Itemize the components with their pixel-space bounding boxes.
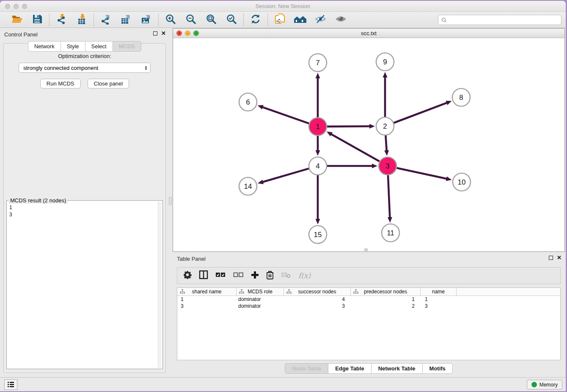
show-all-button[interactable] [335, 14, 347, 26]
select-all-icon [215, 272, 226, 279]
column-header-MCDS-role[interactable]: MCDS role [237, 288, 284, 295]
network-canvas[interactable]: 7968124314101511 [173, 38, 564, 251]
graph-node-label-15: 15 [314, 231, 322, 239]
search-box[interactable] [438, 15, 561, 25]
hide-selected-button[interactable] [314, 14, 326, 26]
table-cell[interactable]: 1 [421, 296, 457, 303]
list-icon [7, 381, 14, 388]
result-scrollbar[interactable] [158, 202, 162, 368]
network-maximize-button[interactable]: + [193, 30, 199, 36]
import-table-button[interactable] [76, 14, 88, 26]
run-mcds-button[interactable]: Run MCDS [40, 79, 81, 88]
zoom-window-button[interactable] [22, 4, 27, 9]
graph-node-label-11: 11 [387, 229, 394, 237]
deselect-all-button[interactable] [233, 272, 244, 279]
delete-row-button[interactable] [266, 271, 274, 281]
column-header-shared-name[interactable]: shared name [177, 288, 237, 295]
close-panel-icon[interactable]: ✕ [161, 31, 166, 36]
new-network-from-selection-button[interactable] [274, 14, 286, 26]
zoom-in-button[interactable] [165, 14, 176, 26]
control-tab-mcds[interactable]: MCDS [113, 41, 141, 52]
control-panel-title: Control Panel [4, 31, 38, 38]
node-table[interactable]: shared nameMCDS rolesuccessor nodesprede… [177, 287, 561, 360]
export-image-button[interactable] [140, 14, 152, 26]
table-tabs: Node TableEdge TableNetwork TableMotifs [173, 363, 565, 374]
save-session-button[interactable] [31, 14, 43, 26]
mcds-result-item: 3 [9, 211, 156, 218]
network-minimize-button[interactable]: − [185, 30, 190, 36]
control-tab-select[interactable]: Select [85, 41, 113, 52]
graph-node-label-14: 14 [244, 182, 252, 190]
float-table-panel-icon[interactable] [549, 256, 553, 260]
close-window-button[interactable] [5, 4, 10, 9]
open-session-button[interactable] [11, 14, 23, 26]
table-tab-node-table[interactable]: Node Table [285, 363, 328, 374]
table-cell[interactable]: 3 [177, 303, 237, 309]
table-row[interactable]: 1dominator411 [177, 296, 560, 303]
show-all-icon [335, 15, 347, 25]
edge-arrow-1-2 [369, 124, 375, 129]
dropdown-stepper-icon: ▲▼ [144, 66, 148, 70]
edge-3-11[interactable] [388, 175, 390, 218]
table-cell[interactable]: dominator [237, 296, 284, 303]
edge-3-10[interactable] [396, 168, 447, 179]
table-cell[interactable]: 1 [177, 296, 237, 303]
task-history-button[interactable] [4, 379, 17, 390]
column-header-predecessor-nodes[interactable]: predecessor nodes [351, 288, 421, 295]
graph-node-label-8: 8 [459, 94, 463, 102]
control-tab-network[interactable]: Network [28, 41, 61, 52]
table-cell[interactable]: 4 [284, 296, 351, 303]
table-row[interactable]: 3dominator323 [177, 303, 560, 309]
edge-arrow-2-8 [446, 101, 451, 105]
edge-1-6[interactable] [262, 107, 309, 124]
function-icon: f(x) [298, 271, 311, 280]
mcds-result-list[interactable]: 13 [8, 202, 157, 368]
table-tab-edge-table[interactable]: Edge Table [328, 363, 371, 374]
gear-button[interactable] [183, 271, 192, 281]
close-table-panel-icon[interactable]: ✕ [557, 256, 561, 260]
deselect-all-icon [233, 272, 244, 279]
memory-button[interactable]: Memory [527, 380, 562, 389]
zoom-selected-button[interactable] [226, 14, 237, 26]
table-tab-motifs[interactable]: Motifs [422, 363, 453, 374]
export-network-button[interactable] [100, 14, 112, 26]
optimization-criterion-dropdown[interactable]: strongly connected component ▲▼ [19, 63, 151, 73]
network-close-button[interactable]: ✕ [176, 30, 182, 36]
column-view-button[interactable] [199, 270, 208, 281]
add-row-button[interactable] [251, 271, 259, 281]
edge-2-3[interactable] [385, 135, 386, 151]
select-all-button[interactable] [215, 272, 226, 279]
zoom-out-button[interactable] [185, 14, 197, 26]
status-bar: Memory [0, 377, 566, 391]
search-input[interactable] [449, 17, 561, 23]
edge-1-2[interactable] [327, 126, 370, 127]
edge-4-14[interactable] [262, 168, 309, 182]
control-tab-style[interactable]: Style [61, 41, 85, 52]
panel-splitter-handle[interactable] [169, 197, 172, 205]
network-graph[interactable]: 7968124314101511 [173, 38, 564, 251]
import-network-button[interactable] [55, 14, 67, 26]
first-neighbors-button[interactable] [294, 14, 306, 26]
close-panel-button[interactable]: Close panel [88, 79, 129, 88]
hierarchy-icon [180, 289, 185, 294]
search-icon [441, 17, 447, 23]
table-cell[interactable]: 3 [284, 303, 351, 309]
window-controls[interactable] [5, 4, 27, 9]
column-header-successor-nodes[interactable]: successor nodes [284, 288, 351, 295]
float-panel-icon[interactable] [153, 31, 157, 36]
edge-3-1[interactable] [330, 134, 379, 161]
refresh-layout-button[interactable] [250, 14, 261, 26]
table-cell[interactable]: 1 [351, 296, 421, 303]
table-cell[interactable]: dominator [237, 303, 284, 309]
table-cell[interactable]: 2 [351, 303, 421, 309]
export-table-button[interactable] [120, 14, 132, 26]
column-header-name[interactable]: name [421, 288, 457, 295]
table-tab-network-table[interactable]: Network Table [371, 363, 422, 374]
minimize-window-button[interactable] [14, 4, 19, 9]
title-bar: Session: New Session [0, 1, 566, 12]
delete-column-button [281, 271, 291, 280]
table-cell[interactable]: 3 [421, 303, 457, 309]
zoom-fit-button[interactable] [205, 14, 217, 26]
edge-2-8[interactable] [394, 102, 448, 123]
window-resize-handle[interactable] [364, 248, 368, 251]
